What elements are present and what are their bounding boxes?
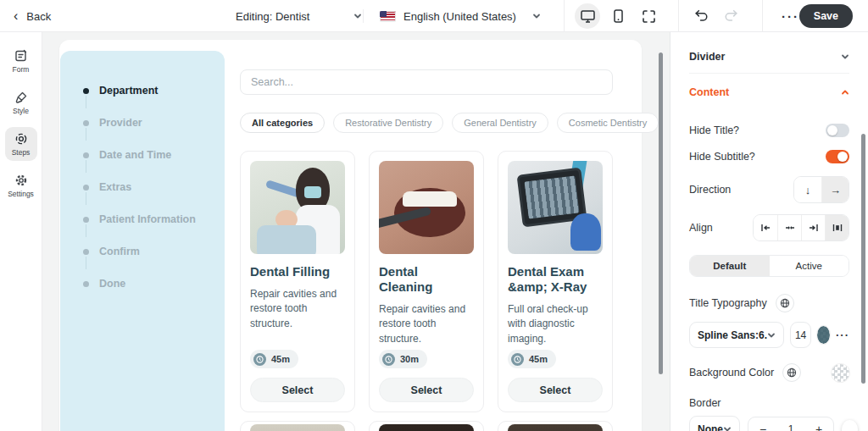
hide-title-toggle[interactable] [826,124,849,137]
header-divider [678,0,679,32]
font-family-select[interactable]: Spline Sans:6... [689,322,784,348]
tab-active[interactable]: Active [770,256,849,276]
duration-badge: 30m [379,350,427,368]
sidebar-item-label: Form [13,65,30,74]
save-button[interactable]: Save [799,4,853,28]
desktop-preview-button[interactable] [575,3,600,29]
decrement-button[interactable]: − [760,423,766,431]
card-title: Dental Cleaning [379,264,474,295]
step-item-extras[interactable]: Extras [83,180,225,194]
divider-section-header[interactable]: Divider [670,41,868,73]
direction-down-button[interactable]: ↓ [794,177,821,202]
background-globe-button[interactable] [782,363,801,382]
duration-label: 30m [400,354,419,364]
chevron-down-icon [767,331,776,340]
select-button[interactable]: Select [508,378,603,402]
step-item-patient-information[interactable]: Patient Information [83,213,225,226]
background-color-swatch[interactable] [832,364,849,382]
chip-all-categories[interactable]: All categories [240,113,325,133]
step-bullet [83,249,89,255]
border-width-stepper: − 1 + [748,417,834,431]
fullscreen-button[interactable] [636,3,661,29]
align-end-button[interactable] [801,215,825,240]
sidebar-item-form[interactable]: Form [5,44,37,78]
card-image [379,424,474,431]
step-bullet [83,88,89,94]
top-bar: ‹ Back Editing: Dentist English (United … [0,0,868,32]
hide-subtitle-toggle[interactable] [826,150,849,163]
border-style-select[interactable]: None [689,416,740,431]
duration-label: 45m [529,354,548,364]
chevron-down-icon [353,12,362,20]
undo-button[interactable] [693,8,709,25]
service-card [498,421,613,431]
step-label: Date and Time [99,149,171,161]
fullscreen-icon [643,10,655,23]
service-card-row: Dental Filling Repair cavities and resto… [240,151,613,412]
step-item-done[interactable]: Done [83,277,225,290]
globe-icon [787,367,797,378]
duration-badge: 45m [508,350,556,368]
font-size-input[interactable]: 14 [790,322,811,348]
tab-default[interactable]: Default [690,256,770,276]
sidebar-item-settings[interactable]: Settings [5,169,37,202]
form-icon [14,49,28,63]
direction-right-button[interactable]: → [821,177,849,202]
step-bullet [83,281,89,287]
us-flag-icon [380,11,396,22]
title-typography-label: Title Typography [689,297,767,309]
font-color-swatch[interactable] [817,326,830,344]
align-stretch-button[interactable] [825,215,849,240]
sidebar-item-steps[interactable]: Steps [5,127,37,161]
chip-cosmetic-dentistry[interactable]: Cosmetic Dentistry [557,113,659,133]
increment-button[interactable]: + [815,423,822,431]
header-divider [564,0,565,32]
service-card [369,421,484,431]
hide-title-row: Hide Title? [670,120,868,141]
clock-icon [253,353,266,366]
category-filter-chips: All categories Restorative Dentistry Gen… [240,113,613,133]
align-center-button[interactable] [777,215,801,240]
select-button[interactable]: Select [250,378,345,402]
card-title: Dental Exam &amp; X-Ray [508,264,603,295]
chevron-down-icon [841,52,849,61]
align-start-button[interactable] [754,215,777,240]
chip-restorative-dentistry[interactable]: Restorative Dentistry [333,113,443,133]
editing-label: Editing: Dentist [236,10,309,23]
card-description: Full oral check-up with diagnostic imagi… [508,302,603,346]
redo-button[interactable] [724,8,739,25]
step-item-date-and-time[interactable]: Date and Time [83,148,225,162]
section-title: Divider [689,51,725,63]
chip-general-dentistry[interactable]: General Dentistry [452,113,548,133]
step-label: Department [99,85,158,97]
sidebar-item-label: Settings [8,190,34,198]
align-control [753,214,849,241]
more-options-button[interactable]: ··· [782,0,799,32]
steps-panel: Department Provider Date and Time Extras… [60,51,225,431]
canvas-scrollbar[interactable] [659,52,663,374]
content-section-header[interactable]: Content [670,76,868,108]
mobile-preview-button[interactable] [605,3,631,29]
typography-globe-button[interactable] [776,294,794,312]
sidebar-item-label: Steps [12,148,31,157]
inspector-scrollbar[interactable] [861,134,865,384]
left-nav-rail: Form Style Steps Settings [0,32,42,431]
font-more-options-button[interactable]: ··· [836,329,849,341]
back-button[interactable]: ‹ Back [14,0,51,32]
step-item-confirm[interactable]: Confirm [83,245,225,258]
border-label-row: Border [670,397,868,409]
align-label: Align [689,222,713,234]
card-description: Repair cavities and restore tooth struct… [250,287,345,331]
border-color-swatch[interactable] [842,420,858,431]
editing-dropdown[interactable]: Editing: Dentist [236,0,362,32]
card-image [508,424,603,431]
step-item-provider[interactable]: Provider [83,116,225,130]
gear-icon [14,174,28,187]
border-controls-row: None − 1 + [670,416,868,431]
select-button[interactable]: Select [379,378,474,402]
language-dropdown[interactable]: English (United States) [380,0,541,32]
step-item-department[interactable]: Department [83,84,225,97]
sidebar-item-style[interactable]: Style [5,86,37,119]
search-input[interactable] [240,69,613,95]
step-label: Extras [99,181,131,193]
